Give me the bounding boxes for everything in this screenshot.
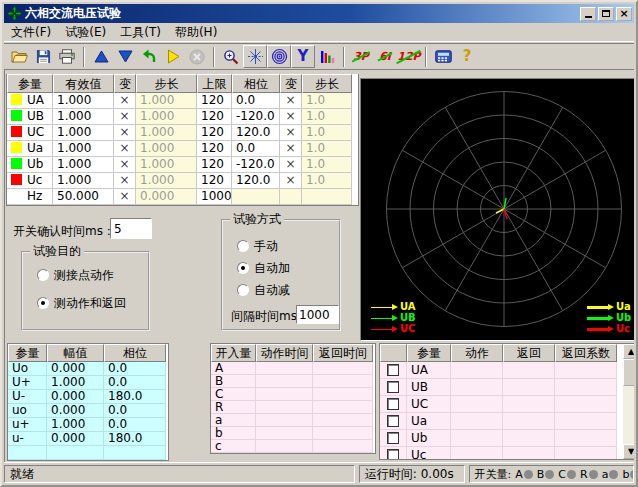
switch-indicator: b [622, 468, 634, 481]
open-button[interactable] [7, 45, 31, 68]
concentric-circles-icon [271, 48, 288, 65]
checkbox[interactable] [387, 449, 399, 460]
close-button[interactable]: × [616, 7, 632, 21]
switch-state-icon [630, 470, 634, 479]
toolbar-separator [213, 47, 215, 67]
maximize-button[interactable] [598, 7, 614, 21]
status-ready: 就绪 [4, 465, 355, 483]
switch-state-icon [589, 470, 598, 479]
radio-icon [237, 262, 249, 274]
result-table-container: 参量 动作 返回 返回系数 UA UB UC Ua Ub Uc ▲ ▼ [379, 343, 634, 460]
table-row: Uc [380, 447, 623, 460]
device-icon [435, 50, 452, 63]
column-header: 返回时间 [313, 344, 373, 362]
scroll-up-button[interactable]: ▲ [623, 344, 634, 359]
table-row: Uc 1.000 × 1.000 120 120.0 × 1.0 [7, 173, 358, 189]
table-row: u+1.0000.0 [8, 418, 168, 432]
legend-item: UB [371, 313, 416, 323]
phase-color-swatch [11, 174, 22, 185]
checkbox[interactable] [387, 364, 399, 376]
vector-arrow-icon [371, 315, 398, 321]
circle-diagram-button[interactable] [267, 45, 291, 68]
save-button[interactable] [31, 45, 55, 68]
table-row: Hz 50.000 × 0.000 1000 [7, 189, 358, 205]
column-header: 有效值 [53, 74, 114, 93]
table-row [8, 446, 168, 460]
column-header [380, 344, 407, 362]
table-row: U-0.000180.0 [8, 390, 168, 404]
radio-auto-increase[interactable]: 自动加 [237, 261, 290, 275]
table-row: R [211, 401, 375, 414]
parameter-table: 参量 有效值 变 步长 上限 相位 变 步长 UA 1.000 × 1.000 … [6, 74, 359, 206]
vector-diagram-button[interactable] [243, 45, 267, 68]
checkbox[interactable] [387, 415, 399, 427]
column-header: 参量 [8, 344, 47, 362]
y-connection-icon: Y [298, 49, 309, 64]
group-title: 试验方式 [230, 212, 284, 226]
scroll-down-button[interactable]: ▼ [623, 444, 634, 459]
sequence-table: 参量 幅值 相位 Uo0.0000.0 U+1.0000.0 U-0.00018… [7, 343, 169, 461]
bar-chart-button[interactable] [315, 45, 339, 68]
stop-button[interactable] [185, 45, 209, 68]
table-row: Uo0.0000.0 [8, 362, 168, 376]
run-button[interactable] [161, 45, 185, 68]
app-window: 六相交流电压试验 × 文件(F) 试验(E) 工具(T) 帮助(H) Y 3P … [0, 0, 638, 487]
legend-item: Ub [587, 313, 631, 323]
twelve-phase-button[interactable]: 12P [397, 45, 421, 68]
switch-state-icon [524, 470, 533, 479]
six-current-button[interactable]: 6I [373, 45, 397, 68]
vector-arrow-icon [587, 315, 614, 321]
column-header: 动作 [451, 344, 503, 362]
menu-file[interactable]: 文件(F) [4, 22, 58, 43]
column-header: 返回 [503, 344, 555, 362]
menu-tools[interactable]: 工具(T) [113, 22, 168, 43]
table-row: UA 1.000 × 1.000 120 0.0 × 1.0 [7, 93, 358, 109]
switch-state-icon [545, 470, 554, 479]
device-panel-button[interactable] [431, 45, 455, 68]
radio-manual[interactable]: 手动 [237, 239, 278, 253]
radio-contact-action[interactable]: 测接点动作 [37, 268, 114, 282]
column-header: 相位 [232, 74, 280, 93]
column-header: 上限 [197, 74, 232, 93]
checkbox[interactable] [387, 432, 399, 444]
title-bar: 六相交流电压试验 × [4, 4, 634, 23]
interval-label: 间隔时间ms [231, 308, 297, 325]
column-header: 幅值 [47, 344, 104, 362]
result-table-header: 参量 动作 返回 返回系数 [380, 344, 623, 362]
print-button[interactable] [55, 45, 79, 68]
checkbox[interactable] [387, 381, 399, 393]
interval-input[interactable] [296, 305, 339, 324]
table-row: u-0.000180.0 [8, 432, 168, 446]
switch-state-icon [609, 470, 618, 479]
toolbar-separator [83, 47, 85, 67]
scrollbar-thumb[interactable] [623, 359, 634, 386]
move-down-button[interactable] [113, 45, 137, 68]
legend-item: UC [371, 324, 416, 334]
phase-color-swatch [11, 110, 22, 121]
minimize-icon [585, 16, 592, 18]
close-icon: × [619, 8, 628, 19]
help-button[interactable]: ? [455, 45, 479, 68]
confirm-time-input[interactable] [110, 218, 152, 239]
legend-item: Ua [587, 302, 631, 312]
minimize-button[interactable] [580, 7, 596, 21]
three-phase-button[interactable]: 3P [349, 45, 373, 68]
checkbox[interactable] [387, 398, 399, 410]
menu-test[interactable]: 试验(E) [58, 22, 113, 43]
sequence-table-header: 参量 幅值 相位 [8, 344, 168, 362]
menu-help[interactable]: 帮助(H) [168, 22, 224, 43]
undo-button[interactable] [137, 45, 161, 68]
app-icon [7, 6, 22, 21]
play-icon [167, 49, 180, 64]
y-connection-button[interactable]: Y [291, 45, 315, 68]
radio-auto-decrease[interactable]: 自动减 [237, 283, 290, 297]
move-up-button[interactable] [89, 45, 113, 68]
radio-action-and-return[interactable]: 测动作和返回 [37, 296, 126, 310]
status-bar: 就绪 运行时间: 0.00s 开关量: A B C R a b c [4, 462, 634, 483]
column-header: 步长 [302, 74, 352, 93]
column-header: 步长 [136, 74, 197, 93]
zoom-button[interactable] [219, 45, 243, 68]
radio-icon [37, 269, 49, 281]
six-current-icon: 6I [379, 51, 391, 62]
vector-arrow-icon [371, 326, 398, 332]
